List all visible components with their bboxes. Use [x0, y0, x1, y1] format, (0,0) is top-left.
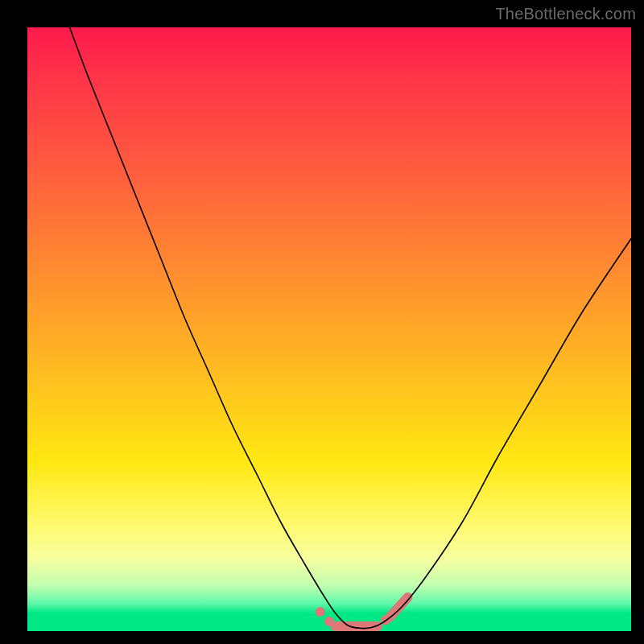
marker-dot — [316, 607, 325, 617]
plot-area — [27, 27, 631, 631]
marker-dot — [324, 617, 334, 626]
marker-layer — [316, 597, 408, 626]
watermark-text: TheBottleneck.com — [495, 5, 636, 23]
chart-svg — [27, 27, 631, 631]
chart-frame: TheBottleneck.com — [0, 0, 644, 644]
marker-slope-segment — [390, 597, 408, 617]
bottleneck-curve — [70, 27, 632, 629]
